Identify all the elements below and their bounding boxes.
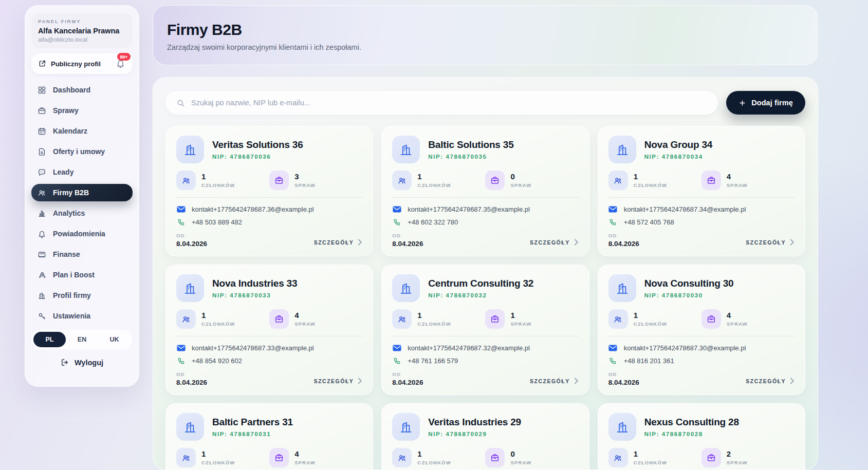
company-card[interactable]: Nova Industries 33 NIP: 4786870033 1 CZŁ… xyxy=(165,265,373,395)
people-icon xyxy=(38,188,47,197)
details-button[interactable]: SZCZEGÓŁY xyxy=(530,375,579,386)
cases-stat: 0 SPRAW xyxy=(485,171,578,190)
details-button[interactable]: SZCZEGÓŁY xyxy=(314,237,363,248)
page-header: Firmy B2B Zarządzaj swoimi korporacyjnym… xyxy=(153,5,818,65)
org-email: alfa@obliczto.local xyxy=(38,36,126,43)
company-email: kontakt+1775642478687.32@example.pl xyxy=(408,344,530,352)
sidebar-item-ustawienia[interactable]: Ustawienia xyxy=(31,307,133,325)
company-since: OD 8.04.2026 xyxy=(176,233,207,248)
sidebar-item-profil-firmy[interactable]: Profil firmy xyxy=(31,287,133,304)
sidebar-item-label: Ustawienia xyxy=(53,312,90,320)
notifications-bell-icon[interactable]: 99+ xyxy=(116,59,126,69)
card-footer: OD 8.04.2026 SZCZEGÓŁY xyxy=(608,371,795,386)
cases-stat: 2 SPRAW xyxy=(701,448,795,467)
cases-label: SPRAW xyxy=(294,321,316,327)
cases-briefcase-icon xyxy=(485,171,505,190)
members-stat-text: 1 CZŁONKÓW xyxy=(417,173,451,188)
search-icon xyxy=(176,99,185,107)
email-icon xyxy=(176,345,186,351)
details-button[interactable]: SZCZEGÓŁY xyxy=(530,237,579,248)
company-identity: Nova Consulting 30 NIP: 4786870030 xyxy=(644,278,734,298)
company-card[interactable]: Veritas Solutions 36 NIP: 4786870036 1 C… xyxy=(165,126,373,256)
sidebar-item-dashboard[interactable]: Dashboard xyxy=(31,81,133,99)
members-stat: 1 CZŁONKÓW xyxy=(176,309,269,329)
company-card[interactable]: Nova Group 34 NIP: 4786870034 1 CZŁONKÓW xyxy=(598,126,805,256)
phone-icon xyxy=(176,357,186,365)
sidebar-item-finanse[interactable]: Finanse xyxy=(31,246,133,263)
members-stat-text: 1 CZŁONKÓW xyxy=(634,311,668,327)
calendar-icon xyxy=(38,126,47,136)
members-stat-text: 1 CZŁONKÓW xyxy=(634,173,668,188)
building-icon xyxy=(38,291,47,300)
cases-count: 1 xyxy=(510,311,531,320)
members-stat-text: 1 CZŁONKÓW xyxy=(417,450,451,465)
cases-stat-text: 0 SPRAW xyxy=(510,450,531,465)
details-button[interactable]: SZCZEGÓŁY xyxy=(746,237,795,248)
members-label: CZŁONKÓW xyxy=(634,182,668,188)
external-link-icon xyxy=(38,60,46,68)
company-stats: 1 CZŁONKÓW 1 SPRAW xyxy=(392,309,578,329)
members-icon xyxy=(392,448,412,467)
since-date: 8.04.2026 xyxy=(608,240,639,248)
language-en[interactable]: EN xyxy=(66,332,98,347)
search-input[interactable] xyxy=(191,99,707,107)
sidebar-item-sprawy[interactable]: Sprawy xyxy=(31,102,133,119)
sidebar-item-label: Oferty i umowy xyxy=(53,147,105,156)
sidebar-item-analytics[interactable]: Analytics xyxy=(31,204,133,222)
company-nip: NIP: 4786870035 xyxy=(428,154,513,160)
members-icon xyxy=(176,171,196,190)
cases-briefcase-icon xyxy=(485,309,505,329)
cases-count: 4 xyxy=(294,311,316,320)
search-bar[interactable] xyxy=(165,91,718,115)
sidebar-item-oferty[interactable]: Oferty i umowy xyxy=(31,143,133,160)
cases-label: SPRAW xyxy=(727,182,748,188)
company-card[interactable]: Centrum Consulting 32 NIP: 4786870032 1 … xyxy=(381,265,589,395)
sidebar-item-leady[interactable]: Leady xyxy=(31,163,133,181)
bar-chart-icon xyxy=(38,209,47,218)
members-stat: 1 CZŁONKÓW xyxy=(608,309,701,329)
card-divider xyxy=(176,336,362,336)
details-button[interactable]: SZCZEGÓŁY xyxy=(746,375,795,386)
since-date: 8.04.2026 xyxy=(392,240,423,248)
members-icon xyxy=(608,309,628,329)
members-count: 1 xyxy=(201,450,235,459)
details-label: SZCZEGÓŁY xyxy=(314,378,354,384)
members-label: CZŁONKÓW xyxy=(634,321,668,327)
language-pl[interactable]: PL xyxy=(33,332,66,347)
company-phone-row: +48 503 889 482 xyxy=(176,216,362,229)
members-stat-text: 1 CZŁONKÓW xyxy=(201,311,235,327)
logout-button[interactable]: Wyloguj xyxy=(31,358,133,367)
members-icon xyxy=(392,309,412,329)
members-stat: 1 CZŁONKÓW xyxy=(392,309,485,329)
company-card[interactable]: Nexus Consulting 28 NIP: 4786870028 1 CZ… xyxy=(598,403,805,470)
cases-label: SPRAW xyxy=(727,460,748,465)
sidebar-item-firmy-b2b[interactable]: Firmy B2B xyxy=(31,184,133,201)
company-email-row: kontakt+1775642478687.36@example.pl xyxy=(176,203,362,216)
sidebar-item-powiadomienia[interactable]: Powiadomienia xyxy=(31,225,133,242)
company-card[interactable]: Baltic Partners 31 NIP: 4786870031 1 CZŁ… xyxy=(165,403,373,470)
cases-stat-text: 1 SPRAW xyxy=(510,311,531,327)
members-count: 1 xyxy=(417,311,451,320)
company-card[interactable]: Baltic Solutions 35 NIP: 4786870035 1 CZ… xyxy=(381,126,589,256)
app-background: { "sidebar": { "panel_label": "PANEL FIR… xyxy=(0,0,868,470)
chevron-right-icon xyxy=(574,378,579,384)
company-name: Centrum Consulting 32 xyxy=(428,278,533,289)
members-label: CZŁONKÓW xyxy=(201,182,235,188)
sidebar-item-kalendarz[interactable]: Kalendarz xyxy=(31,122,133,140)
details-button[interactable]: SZCZEGÓŁY xyxy=(314,375,363,386)
members-count: 1 xyxy=(201,173,235,181)
company-email: kontakt+1775642478687.35@example.pl xyxy=(408,205,530,213)
card-footer: OD 8.04.2026 SZCZEGÓŁY xyxy=(608,233,795,248)
language-uk[interactable]: UK xyxy=(98,332,131,347)
company-card[interactable]: Nova Consulting 30 NIP: 4786870030 1 CZŁ… xyxy=(598,265,805,395)
public-profile-button[interactable]: Publiczny profil 99+ xyxy=(31,53,133,74)
cases-stat: 4 SPRAW xyxy=(269,309,362,329)
members-label: CZŁONKÓW xyxy=(417,460,451,465)
add-company-button[interactable]: Dodaj firmę xyxy=(726,91,805,115)
members-icon xyxy=(392,171,412,190)
sidebar-item-plan-boost[interactable]: Plan i Boost xyxy=(31,266,133,284)
company-building-icon xyxy=(176,136,204,163)
company-card[interactable]: Veritas Industries 29 NIP: 4786870029 1 … xyxy=(381,403,589,470)
page-title: Firmy B2B xyxy=(167,21,803,39)
cases-label: SPRAW xyxy=(510,182,531,188)
